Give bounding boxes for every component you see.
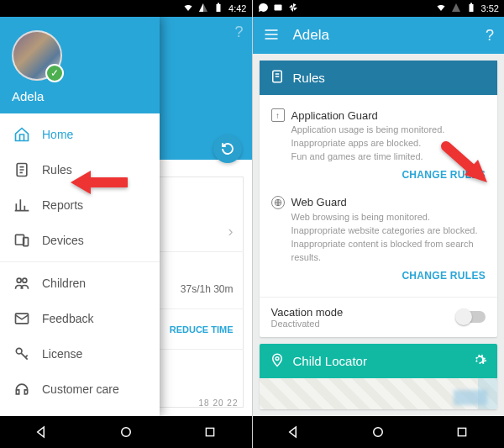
pin-icon: [270, 352, 285, 370]
rules-card: Rules ↑ Application Guard Application us…: [260, 61, 498, 337]
sidebar-item-label: License: [42, 347, 82, 361]
photo-icon: [273, 3, 283, 14]
sidebar-item-rules[interactable]: Rules: [0, 152, 160, 187]
vacation-subtitle: Deactivated: [271, 319, 458, 329]
rules-title: Rules: [293, 71, 325, 85]
rules-card-header: Rules: [260, 61, 498, 95]
appbar-title: Adela: [293, 27, 472, 44]
svg-point-4: [23, 278, 27, 282]
sidebar-item-children[interactable]: Children: [0, 266, 160, 301]
devices-icon: [13, 232, 30, 249]
hamburger-icon[interactable]: [263, 26, 280, 45]
locator-map[interactable]: [260, 378, 498, 409]
sidebar-item-label: Rules: [42, 163, 72, 177]
sidebar-item-about[interactable]: About: [0, 407, 160, 416]
messenger-icon: [258, 3, 268, 14]
barchart-icon: [13, 197, 30, 213]
time-stat-text: 37s/1h 30m: [181, 283, 234, 295]
android-navbar: [0, 416, 252, 448]
home-button[interactable]: [370, 424, 386, 440]
vacation-mode-row[interactable]: Vacation mode Deactivated: [260, 297, 498, 337]
sidebar-item-devices[interactable]: Devices: [0, 223, 160, 258]
change-rules-appguard[interactable]: CHANGE RULES: [271, 164, 486, 184]
headset-icon: [13, 381, 30, 398]
check-icon: ✓: [45, 64, 64, 82]
vacation-toggle[interactable]: [457, 311, 486, 323]
svg-rect-9: [206, 428, 213, 435]
appguard-line: Fun and games are time limited.: [291, 150, 486, 164]
svg-rect-15: [458, 428, 465, 435]
sidebar-item-license[interactable]: License: [0, 336, 160, 372]
child-locator-card: Child Locator: [260, 344, 498, 409]
locator-header: Child Locator: [260, 344, 498, 378]
home-button[interactable]: [118, 424, 134, 440]
appguard-line: Inappropriate apps are blocked.: [291, 137, 486, 150]
sidebar-item-reports[interactable]: Reports: [0, 187, 160, 223]
home-icon: [13, 126, 30, 143]
network-icon: [198, 3, 208, 14]
web-guard-section: Web Guard Web browsing is being monitore…: [271, 191, 486, 292]
svg-point-3: [17, 278, 21, 282]
sidebar-item-home[interactable]: Home: [0, 117, 160, 152]
wifi-icon: [436, 3, 446, 14]
network-icon: [451, 3, 461, 14]
svg-point-13: [276, 356, 279, 360]
avatar[interactable]: ✓: [12, 30, 62, 81]
webguard-icon: [271, 196, 285, 209]
profile-name: Adela: [12, 89, 148, 103]
change-rules-webguard[interactable]: CHANGE RULES: [271, 265, 486, 285]
drawer-list: Home Rules Reports: [0, 113, 160, 416]
clock-text: 3:52: [481, 3, 499, 13]
status-bar: 4:42: [0, 0, 252, 17]
webguard-line: Inappropriate content is blocked from se…: [291, 238, 486, 265]
back-button[interactable]: [286, 424, 302, 440]
app-guard-section: ↑ Application Guard Application usage is…: [271, 103, 486, 191]
sidebar-item-label: Feedback: [42, 312, 93, 325]
svg-rect-10: [274, 5, 281, 11]
gear-icon[interactable]: [472, 352, 487, 370]
sidebar-item-label: Home: [42, 128, 73, 141]
recents-button[interactable]: [454, 424, 470, 440]
status-bar: 3:52: [253, 0, 505, 17]
screen-content: Adela ? Rules ↑ Application Guard: [253, 17, 505, 416]
sidebar-item-feedback[interactable]: Feedback: [0, 301, 160, 336]
key-icon: [13, 345, 30, 362]
mail-icon: [13, 310, 30, 327]
vacation-title: Vacation mode: [271, 306, 458, 319]
locator-title: Child Locator: [293, 354, 367, 368]
svg-point-14: [374, 428, 383, 437]
phone-left: 4:42 ? › 37s/1h 30m REDUCE TIME 18 20 22…: [0, 0, 252, 448]
navigation-drawer: ✓ Adela Home Rules: [0, 17, 160, 416]
appguard-icon: ↑: [271, 108, 285, 122]
wifi-icon: [183, 3, 193, 14]
drawer-header: ✓ Adela: [0, 17, 160, 113]
back-button[interactable]: [34, 424, 50, 440]
app-bar: Adela ?: [253, 17, 505, 54]
help-icon[interactable]: ?: [486, 27, 494, 45]
sidebar-item-label: Children: [42, 277, 86, 290]
webguard-line: Web browsing is being monitored.: [291, 211, 486, 224]
appguard-title: Application Guard: [291, 109, 378, 122]
divider: [0, 261, 160, 262]
phone-right: 3:52 Adela ? Rules: [252, 0, 505, 448]
sidebar-item-label: Customer care: [42, 382, 119, 396]
recents-button[interactable]: [202, 424, 218, 440]
children-icon: [13, 275, 30, 292]
bg-ticks: 18 20 22: [199, 398, 239, 408]
webguard-line: Inappropriate website categories are blo…: [291, 224, 486, 238]
screen-content: ? › 37s/1h 30m REDUCE TIME 18 20 22 ✓ Ad…: [0, 17, 252, 416]
pinwheel-icon: [288, 3, 298, 14]
help-icon[interactable]: ?: [234, 24, 243, 41]
refresh-button[interactable]: [213, 134, 242, 163]
webguard-title: Web Guard: [291, 196, 347, 208]
sidebar-item-customer-care[interactable]: Customer care: [0, 372, 160, 407]
sidebar-item-label: Devices: [42, 234, 84, 247]
battery-icon: [466, 3, 476, 14]
clock-text: 4:42: [228, 3, 246, 13]
appguard-line: Application usage is being monitored.: [291, 124, 486, 137]
battery-icon: [213, 3, 223, 14]
svg-point-8: [121, 428, 130, 437]
android-navbar: [253, 416, 505, 448]
sidebar-item-label: Reports: [42, 198, 83, 212]
scroll-icon: [13, 161, 30, 178]
